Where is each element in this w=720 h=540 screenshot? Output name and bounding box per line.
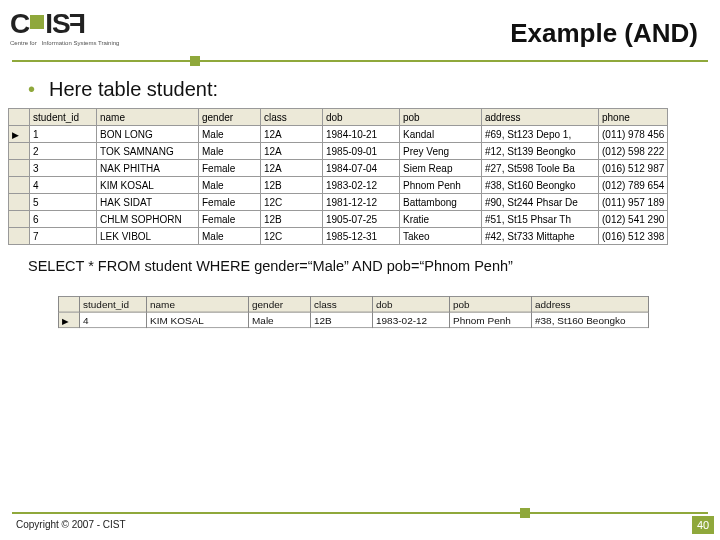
cell: KIM KOSAL <box>147 312 249 328</box>
cell: Male <box>199 228 261 245</box>
bullet-label: Here table student: <box>49 78 218 100</box>
column-header: address <box>532 296 649 312</box>
cell: Male <box>199 177 261 194</box>
cell: (012) 598 222 <box>599 143 668 160</box>
cell: 12A <box>261 160 323 177</box>
cell: Female <box>199 194 261 211</box>
cell: #69, St123 Depo 1, <box>482 126 599 143</box>
cell: 12B <box>261 211 323 228</box>
result-table: student_idnamegenderclassdobpobaddress▶4… <box>58 296 710 328</box>
cell: 12A <box>261 143 323 160</box>
column-header: class <box>261 109 323 126</box>
sql-query: SELECT * FROM student WHERE gender=“Male… <box>28 258 513 274</box>
cell: 4 <box>80 312 147 328</box>
cell: 1985-12-31 <box>323 228 400 245</box>
table-row: 6CHLM SOPHORNFemale12B1905-07-25Kratie#5… <box>9 211 668 228</box>
cell: Male <box>249 312 311 328</box>
cell: Takeo <box>400 228 482 245</box>
cell: Siem Reap <box>400 160 482 177</box>
bullet-text: •Here table student: <box>28 78 218 101</box>
cell: 1985-09-01 <box>323 143 400 160</box>
column-header: student_id <box>30 109 97 126</box>
column-header: gender <box>199 109 261 126</box>
table-row: 7LEK VIBOLMale12C1985-12-31Takeo#42, St7… <box>9 228 668 245</box>
logo-letter: C <box>10 8 29 40</box>
cell: Kratie <box>400 211 482 228</box>
logo-letter: F <box>70 8 86 40</box>
cell: Phnom Penh <box>400 177 482 194</box>
cell: 1984-07-04 <box>323 160 400 177</box>
copyright: Copyright © 2007 - CIST <box>16 519 126 530</box>
cell: Male <box>199 126 261 143</box>
cell: (012) 541 290 <box>599 211 668 228</box>
cell: Battambong <box>400 194 482 211</box>
page-number: 40 <box>692 516 714 534</box>
footer-rule-dot-icon <box>520 508 530 518</box>
cell: 6 <box>30 211 97 228</box>
cell: 4 <box>30 177 97 194</box>
column-header: name <box>147 296 249 312</box>
cell: (012) 789 654 <box>599 177 668 194</box>
cell: 1984-10-21 <box>323 126 400 143</box>
logo-square-icon <box>30 15 44 29</box>
footer-rule <box>12 512 708 514</box>
cell: Female <box>199 160 261 177</box>
logo-letter: S <box>52 8 70 40</box>
table-row: ▶4KIM KOSALMale12B1983-02-12Phnom Penh#3… <box>59 312 649 328</box>
cell: (011) 957 189 <box>599 194 668 211</box>
cell: LEK VIBOL <box>97 228 199 245</box>
cell: 12C <box>261 194 323 211</box>
cell: 12B <box>311 312 373 328</box>
cell: (016) 512 398 <box>599 228 668 245</box>
table-row: ▶1BON LONGMale12A1984-10-21Kandal#69, St… <box>9 126 668 143</box>
cell: NAK PHITHA <box>97 160 199 177</box>
cell: BON LONG <box>97 126 199 143</box>
column-header: pob <box>450 296 532 312</box>
cell: #90, St244 Phsar De <box>482 194 599 211</box>
column-header: student_id <box>80 296 147 312</box>
cell: 12B <box>261 177 323 194</box>
cell: 7 <box>30 228 97 245</box>
cell: 5 <box>30 194 97 211</box>
cell: 1 <box>30 126 97 143</box>
cell: 12C <box>261 228 323 245</box>
column-header: pob <box>400 109 482 126</box>
cell: 1981-12-12 <box>323 194 400 211</box>
logo-letter: I <box>45 8 52 40</box>
slide-title: Example (AND) <box>510 18 698 49</box>
column-header: address <box>482 109 599 126</box>
column-header: phone <box>599 109 668 126</box>
cell: #42, St733 Mittaphe <box>482 228 599 245</box>
logo-subtext: Information Systems Training <box>42 40 120 46</box>
logo: C I S F Centre for Information Systems T… <box>10 8 180 56</box>
cell: 2 <box>30 143 97 160</box>
cell: HAK SIDAT <box>97 194 199 211</box>
cell: #27, St598 Toole Ba <box>482 160 599 177</box>
cell: #38, St160 Beongko <box>532 312 649 328</box>
cell: (016) 512 987 <box>599 160 668 177</box>
cell: Female <box>199 211 261 228</box>
source-table: student_idnamegenderclassdobpobaddressph… <box>8 108 720 245</box>
cell: KIM KOSAL <box>97 177 199 194</box>
cell: CHLM SOPHORN <box>97 211 199 228</box>
cell: (011) 978 456 <box>599 126 668 143</box>
cell: 1983-02-12 <box>323 177 400 194</box>
table-row: 4KIM KOSALMale12B1983-02-12Phnom Penh#38… <box>9 177 668 194</box>
table-row: 5HAK SIDATFemale12C1981-12-12Battambong#… <box>9 194 668 211</box>
cell: #51, St15 Phsar Th <box>482 211 599 228</box>
cell: 1983-02-12 <box>373 312 450 328</box>
cell: #12, St139 Beongko <box>482 143 599 160</box>
cell: Male <box>199 143 261 160</box>
table-row: 3NAK PHITHAFemale12A1984-07-04Siem Reap#… <box>9 160 668 177</box>
cell: #38, St160 Beongko <box>482 177 599 194</box>
column-header: gender <box>249 296 311 312</box>
column-header: dob <box>373 296 450 312</box>
cell: TOK SAMNANG <box>97 143 199 160</box>
cell: Prey Veng <box>400 143 482 160</box>
title-rule-dot-icon <box>190 56 200 66</box>
cell: 3 <box>30 160 97 177</box>
bullet-icon: • <box>28 78 35 100</box>
title-rule <box>12 60 708 62</box>
logo-subtext: Centre for <box>10 40 37 46</box>
cell: Kandal <box>400 126 482 143</box>
